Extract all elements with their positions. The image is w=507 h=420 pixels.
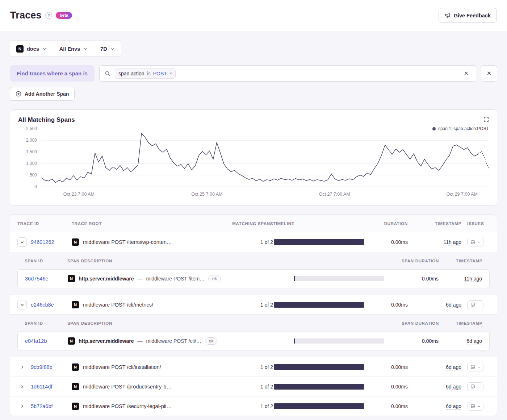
trace-row[interactable]: 1d6114df N middleware POST /product/sent… (10, 377, 497, 396)
page-content: N docs All Envs 7D Find traces where a s… (0, 31, 507, 416)
issues-icon (470, 302, 475, 307)
span-id-link[interactable]: e04fa12b (25, 338, 68, 344)
collapse-trace-button[interactable] (17, 300, 27, 309)
span-row[interactable]: 36d7546e N http.server.middleware — midd… (17, 269, 490, 288)
trace-timeline-bar[interactable] (274, 384, 364, 390)
clear-search-icon[interactable]: ✕ (462, 70, 471, 77)
date-range-label: 7D (100, 46, 107, 52)
issues-badge[interactable]: – (467, 382, 483, 391)
matching-spans-count: 1 of 2 (219, 302, 273, 308)
trace-timeline-bar[interactable] (274, 239, 364, 245)
span-row[interactable]: e04fa12b N http.server.middleware — midd… (17, 332, 490, 350)
date-range-dropdown[interactable]: 7D (94, 41, 121, 57)
trace-row[interactable]: 5b72a6bf N middleware POST /security-leg… (10, 396, 497, 416)
header-duration: Duration (370, 221, 408, 226)
header-span-id: Span ID (25, 321, 67, 325)
collapse-trace-button[interactable] (17, 237, 27, 247)
issues-count: – (478, 302, 480, 307)
chart-body: 2,500 2,000 1,500 1,000 500 0 (18, 129, 489, 187)
remove-token-icon[interactable]: × (169, 71, 172, 76)
trace-root-text: middleware POST /cli/metrics/ (83, 302, 153, 308)
project-logo-icon: N (72, 403, 79, 410)
trace-row[interactable]: 94601262 N middleware POST /items/wp-con… (10, 232, 497, 252)
y-axis: 2,500 2,000 1,500 1,000 500 0 (18, 129, 37, 187)
megaphone-icon (445, 13, 451, 18)
x-tick-label: Oct 27 7:00 AM (319, 192, 350, 197)
expand-trace-button[interactable] (17, 382, 27, 391)
trace-timestamp[interactable]: 6d ago (446, 384, 461, 390)
issues-count: – (478, 404, 480, 409)
trace-timeline-bar[interactable] (274, 302, 364, 308)
environment-filter-dropdown[interactable]: All Envs (53, 41, 94, 57)
trace-timeline-bar[interactable] (274, 403, 364, 409)
span-timestamp[interactable]: 11h ago (464, 276, 482, 282)
trace-timestamp[interactable]: 6d ago (446, 302, 461, 308)
span-operation: http.server.middleware (79, 338, 134, 344)
project-filter-dropdown[interactable]: N docs (10, 41, 53, 57)
expand-trace-button[interactable] (17, 402, 27, 411)
find-traces-label: Find traces where a span is (10, 65, 95, 82)
trace-id-link[interactable]: e246cb8e (31, 302, 54, 308)
chevron-right-icon (20, 365, 24, 369)
matching-spans-count: 1 of 2 (219, 364, 273, 370)
trace-timestamp[interactable]: 6d ago (446, 403, 461, 409)
trace-duration: 0.00ms (370, 384, 408, 390)
add-another-span-button[interactable]: Add Another Span (10, 87, 75, 101)
trace-row[interactable]: 9cb9f88b N middleware POST /cli/installa… (10, 357, 497, 377)
span-search-input[interactable]: span.action is POST × ✕ (99, 65, 476, 82)
trace-timestamp[interactable]: 11h ago (443, 239, 461, 245)
span-timestamp[interactable]: 6d ago (466, 338, 482, 344)
issues-count: – (478, 240, 480, 245)
trace-timestamp[interactable]: 6d ago (446, 364, 461, 370)
span-search-row: Find traces where a span is span.action … (10, 65, 497, 82)
span-description: middleware POST /item… (146, 276, 205, 282)
header-span-description: Span Description (67, 259, 385, 263)
expand-trace-button[interactable] (17, 362, 27, 372)
issues-badge[interactable]: – (467, 238, 483, 246)
issues-badge[interactable]: – (467, 300, 483, 309)
token-value[interactable]: POST (153, 71, 167, 76)
top-bar: Traces ? beta Give Feedback (0, 0, 507, 31)
span-timeline-track[interactable] (294, 276, 384, 281)
search-token[interactable]: span.action is POST × (115, 68, 176, 79)
x-tick-label: Oct 29 7:00 AM (447, 192, 478, 197)
header-trace-id: Trace ID (17, 221, 72, 226)
x-axis-line (41, 187, 489, 187)
issues-badge[interactable]: – (467, 402, 483, 411)
project-logo-icon: N (72, 383, 79, 390)
title-group: Traces ? beta (10, 10, 72, 21)
issues-icon (470, 404, 475, 408)
trace-duration: 0.00ms (370, 302, 408, 308)
header-timeline: Timeline (273, 221, 370, 226)
span-id-link[interactable]: 36d7546e (25, 276, 68, 282)
trace-root-text: middleware POST /cli/installation/ (83, 364, 161, 370)
trace-id-link[interactable]: 9cb9f88b (31, 364, 53, 370)
issues-count: – (478, 384, 480, 389)
chevron-right-icon (20, 404, 24, 408)
span-timeline-track[interactable] (294, 338, 384, 344)
trace-id-link[interactable]: 1d6114df (31, 384, 52, 390)
give-feedback-button[interactable]: Give Feedback (439, 8, 497, 23)
chevron-right-icon (20, 384, 24, 389)
trace-timeline-bar[interactable] (274, 364, 364, 370)
chart-title: All Matching Spans (18, 116, 489, 124)
matching-spans-count: 1 of 2 (219, 403, 273, 409)
trace-id-link[interactable]: 5b72a6bf (31, 403, 53, 409)
separator: — (138, 338, 143, 344)
trace-duration: 0.00ms (370, 364, 408, 370)
span-operation: http.server.middleware (79, 276, 134, 282)
help-icon[interactable]: ? (45, 12, 52, 19)
beta-badge: beta (56, 12, 72, 19)
remove-span-filter-button[interactable]: ✕ (481, 65, 497, 82)
trace-row[interactable]: e246cb8e N middleware POST /cli/metrics/… (10, 295, 497, 314)
header-timestamp: Timestamp (408, 221, 461, 226)
header-span-description: Span Description (67, 321, 385, 325)
project-logo-icon: N (72, 238, 79, 246)
all-matching-spans-panel: All Matching Spans span 1: span.action:P… (10, 109, 497, 206)
issues-badge[interactable]: – (467, 363, 483, 371)
span-header-row: Span ID Span Description Span Duration T… (17, 315, 490, 332)
header-issues: Issues (461, 221, 490, 226)
token-operator[interactable]: is (147, 71, 151, 76)
trace-id-link[interactable]: 94601262 (31, 239, 54, 245)
fullscreen-icon[interactable] (482, 115, 490, 124)
